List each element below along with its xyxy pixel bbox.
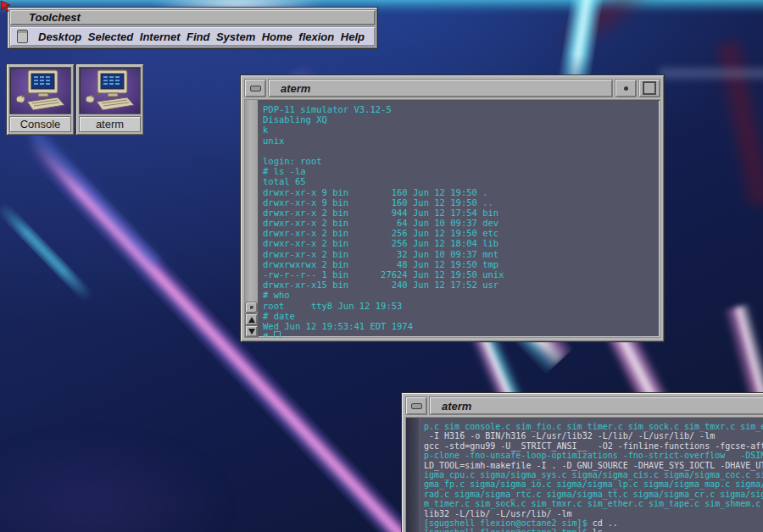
terminal-line: # ls -la: [263, 166, 660, 176]
iconify-icon: [624, 86, 628, 91]
terminal-line: drwxrwxrwx 2 bin 48 Jun 12 19:50 tmp: [263, 259, 660, 269]
desktop-icon-label: Console: [9, 116, 71, 132]
light-streak: [710, 39, 763, 208]
terminal-line: drwxr-xr-x 2 bin 256 Jun 12 19:50 etc: [263, 228, 660, 238]
light-streak: [0, 434, 229, 532]
window-titlebar[interactable]: aterm: [405, 396, 763, 415]
scroll-up-button[interactable]: [245, 313, 258, 325]
workstation-icon: [79, 67, 141, 114]
scrollbar[interactable]: [245, 100, 259, 337]
up-arrow-icon: [248, 317, 255, 323]
terminal-line: # who: [263, 290, 660, 300]
toolchest-menubar: DesktopSelectedInternetFindSystemHomefle…: [9, 26, 376, 47]
terminal-screen[interactable]: PDP-11 simulator V3.12-5Disabling XQkuni…: [259, 100, 660, 337]
terminal-line: unix: [263, 136, 660, 146]
menu-item-find[interactable]: Find: [187, 30, 209, 43]
menu-item-system[interactable]: System: [216, 30, 255, 43]
window-menu-icon: [411, 403, 422, 409]
terminal-line: -I H316 -o BIN/h316 -L/usr/lib32 -L/lib/…: [424, 431, 763, 441]
menu-item-desktop[interactable]: Desktop: [38, 30, 81, 43]
window-menu-button[interactable]: [405, 396, 427, 415]
terminal-line: drwxr-xr-x15 bin 240 Jun 12 17:52 usr: [263, 280, 660, 290]
terminal-line: p.c sim_console.c sim_fio.c sim_timer.c …: [424, 422, 763, 431]
terminal-line: m_timer.c sim_sock.c sim_tmxr.c sim_ethe…: [424, 499, 763, 508]
window-menu-icon: [250, 86, 261, 91]
mouse-pointer: [0, 0, 14, 14]
bottom-terminal-window: aterm p.c sim_console.c sim_fio.c sim_ti…: [401, 392, 763, 532]
desktop-icon-aterm[interactable]: aterm: [75, 64, 144, 136]
terminal-line: Wed Jun 12 19:53:41 EDT 1974: [263, 321, 660, 331]
terminal-line: gcc -std=gnu99 -U__STRICT_ANSI__ -O2 -fi…: [424, 441, 763, 451]
menu-item-home[interactable]: Home: [262, 30, 292, 43]
terminal-line: [sgugshell flexion@octane2 sim]$ cd ..: [424, 518, 763, 528]
toolchest-window: Toolchest DesktopSelectedInternetFindSys…: [7, 7, 378, 49]
toolchest-menu-items: DesktopSelectedInternetFindSystemHomefle…: [38, 30, 365, 43]
desktop-icon-label: aterm: [79, 116, 141, 132]
desktop-icon-console[interactable]: Console: [6, 64, 75, 136]
window-title: aterm: [429, 396, 763, 415]
terminal-screen[interactable]: p.c sim_console.c sim_fio.c sim_timer.c …: [420, 418, 763, 532]
iconify-button[interactable]: [615, 79, 637, 97]
terminal-line: drwxr-xr-x 2 bin 32 Jun 10 09:37 mnt: [263, 249, 660, 259]
window-titlebar[interactable]: aterm: [244, 79, 660, 97]
maximize-button[interactable]: [638, 79, 660, 97]
terminal-line: drwxr-xr-x 9 bin 160 Jun 12 19:50 ..: [263, 197, 660, 208]
toolchest-title: Toolchest: [29, 11, 81, 24]
menu-item-help[interactable]: Help: [341, 30, 365, 43]
menu-item-selected[interactable]: Selected: [88, 30, 133, 43]
terminal-line: LD_TOOL=simh-makefile -I . -D_GNU_SOURCE…: [424, 461, 763, 470]
window-title: aterm: [268, 79, 613, 97]
menu-item-internet[interactable]: Internet: [140, 30, 181, 43]
terminal-cursor: [274, 331, 281, 337]
terminal-line: PDP-11 simulator V3.12-5: [263, 104, 660, 114]
scrollbar[interactable]: [406, 418, 420, 532]
terminal-line: drwxr-xr-x 2 bin 256 Jun 12 18:04 lib: [263, 238, 660, 248]
main-terminal-window: aterm PDP-11 simulator V3.12-5Disabling …: [240, 75, 665, 342]
terminal-line: k: [263, 125, 660, 135]
terminal-line: lib32 -L/lib/ -L/usr/lib/ -lm: [424, 509, 763, 518]
menu-item-flexion[interactable]: flexion: [298, 30, 334, 43]
scroll-down-button[interactable]: [245, 325, 258, 337]
workstation-icon: [9, 67, 71, 114]
scrollbar-thumb[interactable]: [245, 302, 258, 313]
terminal-line: -rw-r--r-- 1 bin 27624 Jun 12 19:50 unix: [263, 269, 660, 280]
window-menu-button[interactable]: [244, 79, 266, 97]
terminal-line: # date: [263, 311, 660, 321]
terminal-line: root tty8 Jun 12 19:53: [263, 301, 660, 311]
terminal-line: total 65: [263, 176, 660, 186]
toolchest-icon: [17, 30, 28, 43]
terminal-line: drwxr-xr-x 2 bin 944 Jun 12 17:54 bin: [263, 208, 660, 218]
terminal-line: Disabling XQ: [263, 114, 660, 125]
terminal-line: drwxr-xr-x 2 bin 64 Jun 10 09:37 dev: [263, 218, 660, 228]
terminal-line: [263, 146, 660, 156]
terminal-line: drwxr-xr-x 9 bin 160 Jun 12 19:50 .: [263, 187, 660, 197]
down-arrow-icon: [248, 329, 255, 335]
terminal-line: gma_fp.c sigma/sigma_io.c sigma/sigma_lp…: [424, 479, 763, 489]
light-streak: [660, 68, 763, 79]
terminal-line: igma_cpu.c sigma/sigma_sys.c sigma/sigma…: [424, 470, 763, 479]
terminal-line: rad.c sigma/sigma_rtc.c sigma/sigma_tt.c…: [424, 490, 763, 499]
terminal-line: p-clone -fno-unsafe-loop-optimizations -…: [424, 451, 763, 460]
toolchest-titlebar[interactable]: Toolchest: [9, 9, 376, 25]
maximize-icon: [643, 81, 656, 95]
terminal-line: [sgugshell flexion@octane2 tmp]$ ls: [424, 528, 763, 532]
terminal-line: login: root: [263, 156, 660, 166]
terminal-line: #: [263, 331, 660, 337]
